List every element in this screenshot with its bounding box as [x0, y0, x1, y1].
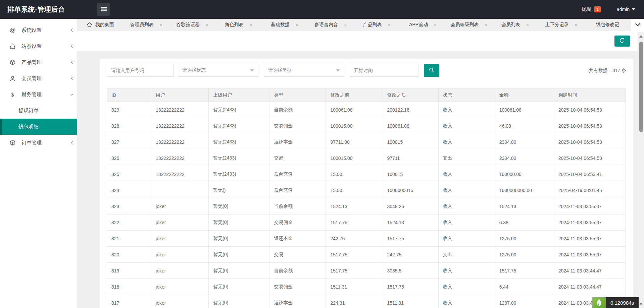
thinkphp-leaf-icon[interactable]	[592, 297, 606, 308]
table-row: 82913222222222暂无(2433)当前余额100061.0820012…	[107, 102, 626, 118]
tab-close-icon[interactable]: ×	[388, 22, 391, 28]
sidebar-item-2[interactable]: 产品管理	[0, 54, 77, 70]
table-cell: 暂无(0)	[209, 279, 269, 295]
table-cell: 后台充值	[269, 166, 326, 182]
type-select-value: 请选择类型	[268, 67, 292, 73]
column-header: 修改之前	[326, 88, 383, 102]
tab-close-icon[interactable]: ×	[526, 22, 529, 28]
tab-1[interactable]: 管理员列表×	[123, 19, 169, 31]
table-cell: 13222222222	[151, 166, 209, 182]
table-cell: joker	[151, 247, 209, 263]
tab-label: 钱包修改记	[596, 22, 619, 28]
scrollbar-thumb[interactable]	[639, 42, 643, 132]
table-cell: 2024-11-03 03:44:47	[554, 263, 625, 279]
tab-4[interactable]: 基础数据×	[262, 19, 308, 31]
table-cell: 224.31	[326, 295, 383, 308]
table-cell: joker	[151, 279, 209, 295]
sidebar-item-3[interactable]: 会员管理	[0, 70, 77, 86]
vertical-scrollbar[interactable]	[638, 32, 644, 308]
sidebar-item-5[interactable]: 订单管理	[0, 135, 77, 151]
table-cell: 收入	[438, 102, 495, 118]
table-cell: 支出	[438, 247, 495, 263]
table-cell: 交易佣金	[269, 214, 326, 231]
tab-close-icon[interactable]: ×	[295, 22, 299, 28]
table-cell: joker	[151, 263, 209, 279]
table-cell: 100000.00	[495, 166, 554, 182]
tab-overflow-button[interactable]	[631, 19, 644, 31]
table-cell: 收入	[438, 231, 495, 247]
tab-close-icon[interactable]: ×	[574, 22, 578, 28]
table-cell: 暂无(0)	[209, 214, 269, 231]
search-icon	[429, 67, 435, 74]
record-count: 共有数据：317 条	[589, 64, 626, 77]
tab-7[interactable]: APP滚动×	[400, 19, 446, 31]
tab-close-icon[interactable]: ×	[205, 22, 209, 28]
tab-close-icon[interactable]: ×	[485, 22, 488, 28]
sidebar-subitem-4-0[interactable]: 提现订单	[0, 103, 77, 119]
table-cell: 暂无(0)	[209, 247, 269, 263]
table-cell: 2024-11-03 03:55:07	[554, 214, 625, 231]
withdraw-link[interactable]: 提现	[582, 6, 591, 12]
refresh-button[interactable]	[614, 36, 630, 47]
sidebar-item-4[interactable]: $ 财务管理	[0, 86, 77, 103]
table-cell: 100015.00	[326, 118, 383, 134]
table-header-row: ID用户上级用户类型修改之前修改之后状态金额创建时间	[107, 88, 626, 102]
toolbar	[77, 31, 644, 51]
scroll-down-arrow-icon[interactable]	[639, 303, 643, 305]
table-cell: 15.00	[326, 166, 383, 182]
column-header: 金额	[495, 88, 554, 102]
table-cell: 2025-04-19 08:01:45	[554, 182, 625, 198]
sidebar-subitem-4-1[interactable]: 钱包明细	[0, 119, 77, 135]
tab-6[interactable]: 产品列表×	[354, 19, 400, 31]
sidebar-item-1[interactable]: 站点设置	[0, 38, 77, 54]
table-cell: 825	[107, 166, 151, 182]
tab-close-icon[interactable]: ×	[249, 22, 253, 28]
type-select[interactable]: 请选择类型	[264, 64, 344, 77]
product-icon	[9, 59, 16, 66]
chevron-down-icon	[632, 8, 635, 10]
tab-8[interactable]: 会员等级列表×	[446, 19, 492, 31]
table-cell: 2025-10-04 06:54:53	[554, 134, 625, 150]
column-header: 类型	[269, 88, 326, 102]
tab-10[interactable]: 上下分记录×	[538, 19, 584, 31]
scroll-up-arrow-icon[interactable]	[639, 35, 643, 38]
tab-0[interactable]: 我的桌面	[77, 19, 123, 31]
tab-close-icon[interactable]: ×	[434, 22, 437, 28]
search-button[interactable]	[424, 64, 439, 77]
start-time-input[interactable]	[350, 64, 418, 77]
chevron-left-icon	[70, 140, 74, 145]
tab-2[interactable]: 谷歌验证器×	[169, 19, 215, 31]
table-cell: 后台充值	[269, 182, 326, 198]
user-number-input[interactable]	[107, 64, 174, 77]
wallet-table: ID用户上级用户类型修改之前修改之后状态金额创建时间 8291322222222…	[107, 88, 626, 308]
column-header: 状态	[438, 88, 495, 102]
tab-9[interactable]: 会员列表×	[492, 19, 538, 31]
tab-5[interactable]: 多语言内容×	[308, 19, 354, 31]
sidebar-item-0[interactable]: 系统设置	[0, 22, 77, 38]
column-header: ID	[107, 88, 151, 102]
table-cell: 2024-11-03 03:55:07	[554, 198, 625, 214]
gear-icon	[9, 27, 16, 34]
tab-label: 会员等级列表	[451, 22, 479, 28]
table-cell: 100061.08	[326, 102, 383, 118]
table-cell: 1517.75	[326, 214, 383, 231]
withdraw-count-badge[interactable]: 1	[594, 6, 601, 12]
table-row: 82713222222222暂无(2433)返还本金97711.00100015…	[107, 134, 626, 150]
status-select[interactable]: 请选择状态	[178, 64, 258, 77]
table-cell: 暂无(0)	[209, 263, 269, 279]
table-cell: 13222222222	[151, 118, 209, 134]
table-cell: 822	[107, 214, 151, 231]
table-cell: 收入	[438, 166, 495, 182]
column-header: 创建时间	[554, 88, 625, 102]
table-cell: 2024-11-03 03:44:47	[554, 279, 625, 295]
tab-3[interactable]: 角色列表×	[215, 19, 261, 31]
table-cell: 收入	[438, 214, 495, 231]
tab-close-icon[interactable]: ×	[159, 22, 163, 28]
hamburger-icon	[100, 6, 107, 13]
table-cell: joker	[151, 198, 209, 214]
tab-11[interactable]: 钱包修改记	[585, 19, 631, 31]
tab-close-icon[interactable]: ×	[344, 22, 347, 28]
table-cell: 1524.13	[495, 198, 554, 214]
sidebar-toggle-button[interactable]	[97, 3, 110, 16]
user-menu[interactable]: admin	[617, 7, 635, 12]
